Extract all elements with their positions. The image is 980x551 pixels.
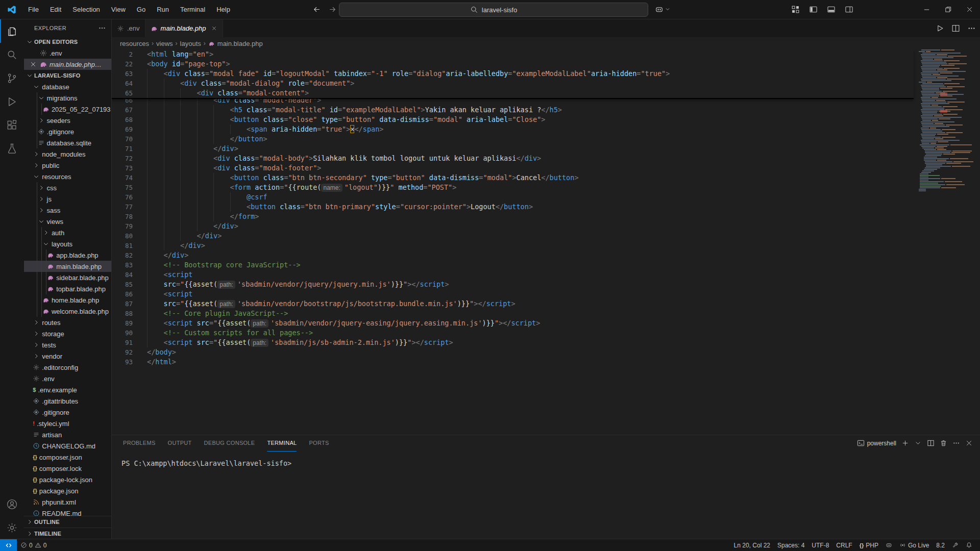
file-database.sqlite[interactable]: database.sqlite	[24, 137, 111, 148]
remote-indicator[interactable]	[0, 539, 17, 551]
tab-main.blade.php[interactable]: main.blade.php	[145, 19, 224, 37]
breadcrumb-item[interactable]: layouts	[180, 40, 201, 47]
terminal-content[interactable]: PS C:\xampp\htdocs\Laravel\laravel-sisfo…	[112, 451, 980, 467]
copilot-menu[interactable]	[652, 3, 673, 16]
code-line-79[interactable]: 79 </div>	[112, 221, 914, 231]
menu-edit[interactable]: Edit	[45, 4, 66, 15]
code-line-63[interactable]: 63 <div class="modal fade" id="logoutMod…	[112, 69, 914, 79]
activity-explorer[interactable]	[0, 19, 24, 43]
panel-tab-ports[interactable]: PORTS	[309, 435, 329, 452]
folder-sass[interactable]: sass	[24, 205, 111, 216]
file-topbar.blade.php[interactable]: topbar.blade.php	[24, 283, 111, 294]
activity-run-debug[interactable]	[0, 90, 24, 113]
panel-tab-problems[interactable]: PROBLEMS	[123, 435, 156, 452]
status-encoding[interactable]: UTF-8	[808, 539, 832, 551]
open-editor-main.blade.php[interactable]: main.blade.php…	[24, 59, 111, 70]
panel-more-icon[interactable]	[952, 439, 960, 447]
section-timeline[interactable]: TIMELINE	[24, 528, 111, 539]
section-open-editors[interactable]: OPEN EDITORS	[24, 36, 111, 47]
kill-terminal-icon[interactable]	[940, 439, 947, 447]
code-line-70[interactable]: 70 </button>	[112, 134, 914, 144]
nav-back-icon[interactable]	[312, 5, 321, 14]
code-line-64[interactable]: 64 <div class="modal-dialog" role="docum…	[112, 79, 914, 88]
code-line-90[interactable]: 90 <!-- Custom scripts for all pages-->	[112, 328, 914, 338]
split-terminal-icon[interactable]	[927, 439, 935, 447]
folder-views[interactable]: views	[24, 216, 111, 227]
file-composer.json[interactable]: {}composer.json	[24, 452, 111, 463]
breadcrumb-item[interactable]: views	[156, 40, 173, 47]
file-.styleci.yml[interactable]: !.styleci.yml	[24, 418, 111, 429]
close-tab-icon[interactable]	[211, 25, 217, 32]
close-editor-icon[interactable]	[29, 60, 37, 68]
folder-js[interactable]: js	[24, 193, 111, 205]
folder-storage[interactable]: storage	[24, 328, 111, 339]
file-.env.example[interactable]: $.env.example	[24, 384, 111, 395]
code-line-76[interactable]: 76 @csrf	[112, 192, 914, 202]
minimap[interactable]	[919, 49, 975, 435]
file-.editorconfig[interactable]: .editorconfig	[24, 362, 111, 373]
toggle-panel-icon[interactable]	[827, 5, 836, 14]
code-line-71[interactable]: 71 </div>	[112, 144, 914, 154]
code-line-82[interactable]: 82 </div>	[112, 251, 914, 260]
restore-button[interactable]	[937, 0, 959, 19]
code-line-87[interactable]: 87 src="{{asset(path:'sbadmin/vendor/boo…	[112, 299, 914, 309]
code-line-80[interactable]: 80 </div>	[112, 231, 914, 241]
nav-forward-icon[interactable]	[328, 5, 337, 14]
panel-tab-output[interactable]: OUTPUT	[168, 435, 192, 452]
file-.gitignore[interactable]: .gitignore	[24, 126, 111, 137]
file-app.blade.php[interactable]: app.blade.php	[24, 249, 111, 261]
explorer-more-icon[interactable]	[98, 24, 106, 32]
folder-public[interactable]: public	[24, 160, 111, 171]
file-welcome.blade.php[interactable]: welcome.blade.php	[24, 306, 111, 317]
code-line-91[interactable]: 91 <script src="{{asset(path:'sbadmin/js…	[112, 338, 914, 347]
code-line-92[interactable]: 92</body>	[112, 347, 914, 357]
shell-selector[interactable]: powershell	[857, 439, 896, 447]
status-indentation[interactable]: Spaces: 4	[774, 539, 808, 551]
code-line-81[interactable]: 81 </div>	[112, 241, 914, 251]
file-2025_05_22_07193[interactable]: 2025_05_22_07193…	[24, 104, 111, 115]
file-home.blade.php[interactable]: home.blade.php	[24, 294, 111, 306]
code-line-84[interactable]: 84 <script	[112, 270, 914, 280]
close-button[interactable]	[959, 0, 980, 19]
file-main.blade.php[interactable]: main.blade.php	[24, 261, 111, 272]
minimize-button[interactable]	[916, 0, 937, 19]
code-editor[interactable]: 66 <div class="modal-header"> 67 <h5 cla…	[112, 49, 980, 435]
code-line-65[interactable]: 65 <div class="modal-content">	[112, 88, 914, 98]
folder-migrations[interactable]: migrations	[24, 92, 111, 104]
problems-status[interactable]: 0 0	[17, 539, 50, 551]
folder-layouts[interactable]: layouts	[24, 238, 111, 249]
folder-resources[interactable]: resources	[24, 171, 111, 182]
code-line-85[interactable]: 85 src="{{asset(path:'sbadmin/vendor/jqu…	[112, 280, 914, 289]
folder-vendor[interactable]: vendor	[24, 350, 111, 362]
code-line-22[interactable]: 22<body id="page-top">	[112, 59, 914, 69]
code-line-93[interactable]: 93</html>	[112, 357, 914, 367]
folder-auth[interactable]: auth	[24, 227, 111, 238]
code-line-83[interactable]: 83 <!-- Bootstrap core JavaScript-->	[112, 260, 914, 270]
code-line-77[interactable]: 77 <button class="btn btn-primary"style=…	[112, 202, 914, 212]
close-panel-icon[interactable]	[965, 439, 973, 447]
code-line-67[interactable]: 67 <h5 class="modal-title" id="exampleMo…	[112, 105, 914, 115]
status-tools[interactable]	[948, 539, 962, 551]
code-line-73[interactable]: 73 <div class="modal-footer">	[112, 163, 914, 173]
file-phpunit.xml[interactable]: phpunit.xml	[24, 496, 111, 508]
status-copilot-status[interactable]	[882, 539, 896, 551]
menu-help[interactable]: Help	[212, 4, 235, 15]
activity-testing[interactable]	[0, 137, 24, 160]
breadcrumb-file[interactable]: main.blade.php	[217, 40, 263, 47]
menu-file[interactable]: File	[23, 4, 43, 15]
breadcrumb-item[interactable]: resources	[120, 40, 149, 47]
activity-source-control[interactable]	[0, 66, 24, 90]
panel-tab-debug-console[interactable]: DEBUG CONSOLE	[204, 435, 255, 452]
code-line-66[interactable]: 66 <div class="modal-header">	[112, 99, 914, 105]
code-line-78[interactable]: 78 </form>	[112, 212, 914, 221]
file-composer.lock[interactable]: {}composer.lock	[24, 463, 111, 474]
status-language-mode[interactable]: {}PHP	[856, 539, 882, 551]
folder-seeders[interactable]: seeders	[24, 115, 111, 126]
file-sidebar.blade.php[interactable]: sidebar.blade.php	[24, 272, 111, 283]
tab-.env[interactable]: .env	[112, 19, 145, 37]
folder-database[interactable]: database	[24, 81, 111, 92]
file-.env[interactable]: .env	[24, 373, 111, 384]
more-action-icon[interactable]	[967, 24, 976, 33]
code-line-74[interactable]: 74 <button class="btn btn-secondary" typ…	[112, 173, 914, 183]
file-package-lock.json[interactable]: {}package-lock.json	[24, 474, 111, 485]
